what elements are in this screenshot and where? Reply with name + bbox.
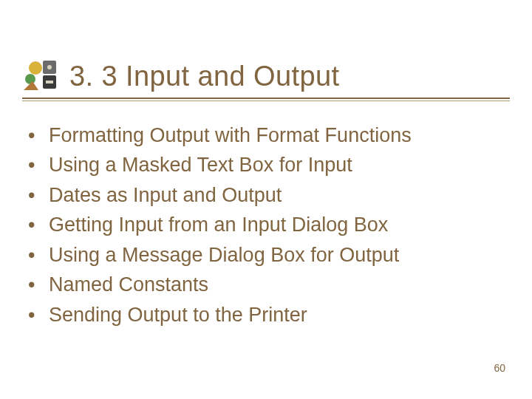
bullet-dot-icon: • bbox=[27, 182, 49, 208]
svg-point-2 bbox=[47, 65, 52, 69]
list-item: • Getting Input from an Input Dialog Box bbox=[27, 211, 510, 238]
list-item: • Sending Output to the Printer bbox=[27, 301, 510, 328]
bullet-dot-icon: • bbox=[27, 301, 49, 328]
bullet-dot-icon: • bbox=[27, 151, 49, 178]
svg-point-4 bbox=[29, 61, 42, 75]
list-item: • Formatting Output with Format Function… bbox=[27, 122, 510, 149]
list-item-text: Named Constants bbox=[49, 271, 208, 298]
title-underline-secondary bbox=[22, 100, 510, 101]
list-item-text: Dates as Input and Output bbox=[49, 182, 282, 208]
list-item: • Using a Masked Text Box for Input bbox=[27, 151, 510, 178]
slide-title: 3. 3 Input and Output bbox=[69, 61, 339, 92]
list-item: • Using a Message Dialog Box for Output bbox=[27, 242, 510, 268]
slide: 3. 3 Input and Output • Formatting Outpu… bbox=[0, 0, 532, 399]
bullet-dot-icon: • bbox=[27, 122, 49, 149]
svg-point-5 bbox=[25, 74, 35, 84]
bullet-dot-icon: • bbox=[27, 211, 49, 238]
slide-logo-icon bbox=[22, 59, 59, 93]
list-item-text: Sending Output to the Printer bbox=[49, 301, 307, 328]
bullet-dot-icon: • bbox=[27, 242, 49, 268]
list-item-text: Using a Message Dialog Box for Output bbox=[49, 242, 399, 268]
bullet-dot-icon: • bbox=[27, 271, 49, 298]
page-number: 60 bbox=[494, 362, 505, 374]
list-item-text: Using a Masked Text Box for Input bbox=[49, 151, 352, 178]
header-row: 3. 3 Input and Output bbox=[22, 59, 510, 93]
list-item-text: Getting Input from an Input Dialog Box bbox=[49, 211, 388, 238]
list-item: • Dates as Input and Output bbox=[27, 182, 510, 208]
bullet-list: • Formatting Output with Format Function… bbox=[22, 122, 510, 328]
list-item-text: Formatting Output with Format Functions bbox=[49, 122, 412, 149]
svg-rect-3 bbox=[46, 81, 53, 83]
title-underline-primary bbox=[22, 98, 510, 99]
list-item: • Named Constants bbox=[27, 271, 510, 298]
